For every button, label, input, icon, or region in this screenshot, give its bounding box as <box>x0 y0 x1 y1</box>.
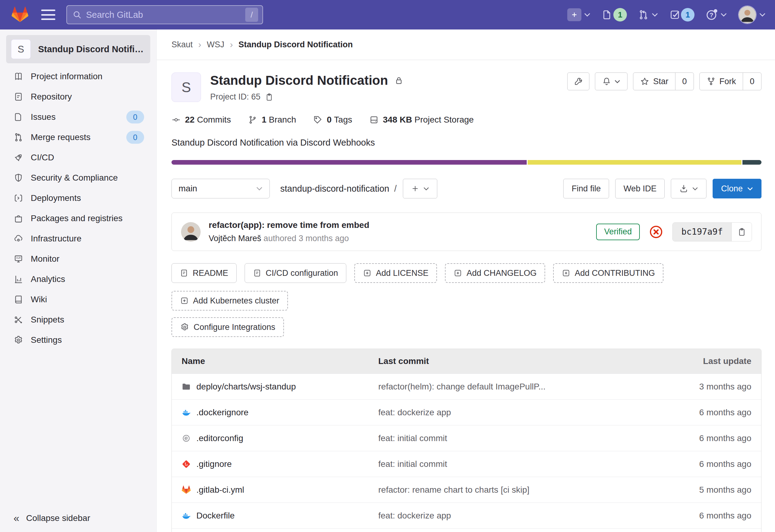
sidebar-item-deployments[interactable]: Deployments <box>0 188 156 208</box>
issues-icon <box>14 112 23 122</box>
add-kubernetes-cluster-button[interactable]: Add Kubernetes cluster <box>171 291 288 311</box>
sidebar-item-settings[interactable]: Settings <box>0 330 156 350</box>
sidebar-item-repository[interactable]: Repository <box>0 87 156 107</box>
sidebar-item-label: Project information <box>31 72 102 81</box>
file-commit-link[interactable]: feat: dockerize app <box>369 408 659 417</box>
sidebar-item-security-compliance[interactable]: Security & Compliance <box>0 168 156 188</box>
clone-button[interactable]: Clone <box>713 179 761 198</box>
star-count[interactable]: 0 <box>675 73 694 90</box>
commit-authored-time: authored 3 months ago <box>264 234 349 243</box>
chevron-down-icon <box>759 13 766 17</box>
chevron-down-icon <box>747 187 753 191</box>
sidebar-item-monitor[interactable]: Monitor <box>0 249 156 269</box>
admin-wrench-button[interactable] <box>567 72 589 90</box>
user-menu-button[interactable] <box>738 6 766 24</box>
commit-author-avatar[interactable] <box>181 222 201 242</box>
plus-square-icon <box>363 269 371 277</box>
table-row[interactable]: deploy/charts/wsj-standup refactor(helm)… <box>172 374 761 399</box>
last-commit-box: refactor(app): remove time from embed Vo… <box>171 213 761 251</box>
sidebar-project-context[interactable]: S Standup Discord Notification <box>6 35 150 63</box>
top-navigation-bar: / 1 1 ? <box>0 0 775 29</box>
hamburger-menu-button[interactable] <box>41 10 55 20</box>
collapse-sidebar-button[interactable]: « Collapse sidebar <box>14 512 90 524</box>
file-commit-link[interactable]: refactor(helm): change default ImagePull… <box>369 382 659 392</box>
web-ide-button[interactable]: Web IDE <box>615 179 665 198</box>
repo-root-link[interactable]: standup-discord-notification <box>280 184 390 194</box>
search-input[interactable] <box>86 10 245 20</box>
cicd-configuration-button[interactable]: CI/CD configuration <box>245 263 346 283</box>
verified-badge[interactable]: Verified <box>596 224 640 240</box>
tags-stat[interactable]: 0 Tags <box>313 115 352 125</box>
package-icon <box>14 213 23 223</box>
plus-icon <box>567 8 581 21</box>
add-file-button[interactable] <box>403 179 437 198</box>
add-contributing-button[interactable]: Add CONTRIBUTING <box>553 263 663 283</box>
sidebar-item-label: Wiki <box>31 295 47 304</box>
issues-menu-button[interactable]: 1 <box>602 8 627 22</box>
language-segment <box>527 160 742 165</box>
table-row[interactable]: .editorconfig feat: initial commit 6 mon… <box>172 425 761 451</box>
configure-integrations-button[interactable]: Configure Integrations <box>171 317 284 337</box>
sidebar-item-snippets[interactable]: Snippets <box>0 310 156 330</box>
user-avatar <box>738 6 757 24</box>
commits-stat[interactable]: 22 Commits <box>171 115 231 125</box>
plus-square-icon <box>454 269 462 277</box>
table-row[interactable]: M↓ README.md feat: initial commit 6 mont… <box>172 528 761 532</box>
table-row[interactable]: .dockerignore feat: dockerize app 6 mont… <box>172 399 761 425</box>
languages-bar[interactable] <box>171 160 761 165</box>
branches-stat[interactable]: 1 Branch <box>248 115 296 125</box>
sidebar-item-label: Issues <box>31 112 56 122</box>
file-commit-link[interactable]: feat: initial commit <box>369 433 659 443</box>
todos-menu-button[interactable]: 1 <box>669 8 695 22</box>
sidebar-item-issues[interactable]: Issues 0 <box>0 107 156 127</box>
merge-requests-menu-button[interactable] <box>638 9 658 20</box>
plus-square-icon <box>180 296 189 305</box>
merge-requests-count-badge: 0 <box>126 131 144 144</box>
file-name-link[interactable]: .gitlab-ci.yml <box>172 485 369 495</box>
file-commit-link[interactable]: feat: initial commit <box>369 459 659 469</box>
star-button[interactable]: Star <box>633 73 675 90</box>
pipeline-failed-icon[interactable] <box>649 225 663 239</box>
file-name-link[interactable]: .gitignore <box>172 459 369 469</box>
storage-stat[interactable]: 348 KB Project Storage <box>369 115 474 125</box>
fork-button[interactable]: Fork <box>700 73 743 90</box>
file-commit-link[interactable]: feat: dockerize app <box>369 511 659 521</box>
chevron-down-icon <box>720 13 727 17</box>
table-row[interactable]: .gitignore feat: initial commit 6 months… <box>172 451 761 477</box>
find-file-button[interactable]: Find file <box>563 179 609 198</box>
notifications-button[interactable] <box>595 72 628 90</box>
deployments-icon <box>14 193 23 203</box>
sidebar-item-cicd[interactable]: CI/CD <box>0 147 156 168</box>
file-name-link[interactable]: .dockerignore <box>172 408 369 417</box>
commit-author-link[interactable]: Vojtěch Mareš <box>209 234 261 243</box>
file-name-link[interactable]: .editorconfig <box>172 433 369 443</box>
gitlab-logo-icon[interactable] <box>11 6 29 23</box>
download-button[interactable] <box>671 179 707 198</box>
table-row[interactable]: Dockerfile feat: dockerize app 6 months … <box>172 503 761 528</box>
sidebar-item-wiki[interactable]: Wiki <box>0 289 156 310</box>
add-changelog-button[interactable]: Add CHANGELOG <box>445 263 545 283</box>
copy-project-id-icon[interactable] <box>265 93 273 101</box>
file-name-link[interactable]: Dockerfile <box>172 511 369 521</box>
commit-title-link[interactable]: refactor(app): remove time from embed <box>209 220 369 230</box>
sidebar-item-project-information[interactable]: Project information <box>0 66 156 87</box>
file-icon <box>253 269 261 277</box>
help-menu-button[interactable]: ? <box>706 9 727 21</box>
readme-button[interactable]: README <box>171 263 237 283</box>
copy-sha-button[interactable] <box>731 223 752 241</box>
sidebar-item-infrastructure[interactable]: Infrastructure <box>0 229 156 249</box>
sidebar-item-analytics[interactable]: Analytics <box>0 269 156 289</box>
breadcrumb-group-link[interactable]: Skaut <box>171 40 193 49</box>
global-search[interactable]: / <box>66 5 263 24</box>
file-name-link[interactable]: deploy/charts/wsj-standup <box>172 382 369 392</box>
sidebar-item-packages-registries[interactable]: Packages and registries <box>0 208 156 229</box>
add-license-button[interactable]: Add LICENSE <box>354 263 437 283</box>
table-row[interactable]: .gitlab-ci.yml refactor: rename chart to… <box>172 477 761 503</box>
new-menu-button[interactable] <box>567 8 591 21</box>
sidebar-item-merge-requests[interactable]: Merge requests 0 <box>0 127 156 147</box>
branch-selector[interactable]: main <box>171 179 270 198</box>
breadcrumb-subgroup-link[interactable]: WSJ <box>207 40 224 49</box>
fork-count[interactable]: 0 <box>743 73 761 90</box>
file-commit-link[interactable]: refactor: rename chart to charts [ci ski… <box>369 485 659 495</box>
issues-count-badge: 1 <box>613 8 627 22</box>
